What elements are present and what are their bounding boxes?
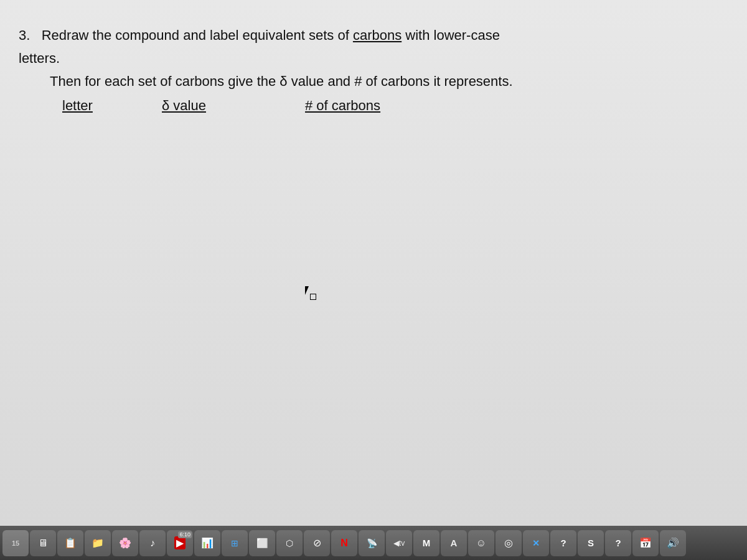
question-line1: 3. Redraw the compound and label equival… (19, 25, 703, 45)
face-icon: ☺ (476, 538, 486, 549)
carbons-underline: carbons (353, 27, 402, 43)
line2-text: letters. (19, 50, 60, 66)
taskbar-barchart-icon[interactable]: 📊 (194, 530, 220, 556)
taskbar-m-icon[interactable]: M (413, 530, 439, 556)
photo-icon: 🌸 (119, 537, 131, 549)
taskbar-resize-icon[interactable]: ⬡ (276, 530, 303, 556)
video-icon: ▶ (174, 536, 186, 549)
sub-line: Then for each set of carbons give the δ … (50, 71, 703, 91)
resize-icon: ⬡ (286, 538, 293, 548)
question-number-label: 3. (19, 27, 30, 43)
question-line2: letters. (19, 48, 703, 68)
taskbar-chrome-icon[interactable]: ◎ (496, 530, 522, 556)
tv-icon: ◀tv (393, 539, 405, 548)
a-icon: A (451, 538, 458, 548)
files-icon: 📋 (64, 537, 77, 549)
calendar-icon: 📅 (639, 537, 652, 549)
taskbar-slash-icon[interactable]: ⊘ (304, 530, 330, 556)
music-icon: ♪ (150, 538, 155, 549)
col-delta-header: δ value (162, 95, 305, 116)
taskbar-music-icon[interactable]: ♪ (139, 530, 166, 556)
monitor-icon: ⊞ (231, 538, 238, 548)
taskbar-photo-icon[interactable]: 🌸 (112, 530, 138, 556)
n-icon: N (341, 538, 348, 549)
sub-line-text: Then for each set of carbons give the δ … (50, 73, 513, 89)
taskbar-badge: 6:10 (178, 531, 192, 538)
taskbar-x-icon[interactable]: ✕ (523, 530, 549, 556)
x-icon: ✕ (532, 538, 540, 548)
taskbar-question1-icon[interactable]: ? (550, 530, 576, 556)
taskbar-s-icon[interactable]: S (578, 530, 604, 556)
taskbar-folder-icon[interactable]: 📁 (85, 530, 111, 556)
taskbar-settings-icon[interactable]: ⬜ (249, 530, 275, 556)
folder-icon: 📁 (92, 537, 104, 549)
line1-prefix: Redraw the compound and label equivalent… (42, 27, 353, 43)
taskbar-files-icon[interactable]: 📋 (57, 530, 83, 556)
taskbar-number[interactable]: 15 (2, 530, 29, 556)
columns-row: letter δ value # of carbons (62, 95, 703, 116)
taskbar-tv-icon[interactable]: ◀tv (386, 530, 412, 556)
settings-icon: ⬜ (256, 538, 268, 549)
question-block: 3. Redraw the compound and label equival… (19, 25, 703, 116)
cursor (305, 286, 316, 300)
main-content: 3. Redraw the compound and label equival… (0, 0, 747, 526)
taskbar: 15 🖥 📋 📁 🌸 ♪ ▶ 6:10 📊 ⊞ ⬜ ⬡ ⊘ N 📡 ◀tv M (0, 526, 747, 560)
cursor-box (310, 294, 316, 300)
slash-icon: ⊘ (313, 537, 321, 549)
taskbar-desktop-icon[interactable]: 🖥 (30, 530, 56, 556)
taskbar-face-icon[interactable]: ☺ (468, 530, 494, 556)
line1-suffix: with lower-case (402, 27, 500, 43)
taskbar-num-label: 15 (12, 539, 19, 547)
taskbar-n-icon[interactable]: N (331, 530, 357, 556)
chrome-icon: ◎ (504, 537, 513, 549)
question1-icon: ? (560, 538, 566, 548)
taskbar-monitor-icon[interactable]: ⊞ (222, 530, 248, 556)
taskbar-calendar-icon[interactable]: 📅 (632, 530, 659, 556)
wifi-icon: 📡 (367, 538, 377, 548)
col-letter-header: letter (62, 95, 162, 116)
s-icon: S (588, 538, 594, 548)
bar-chart-icon: 📊 (201, 537, 214, 549)
taskbar-question2-icon[interactable]: ? (605, 530, 631, 556)
signal-icon: 🔊 (667, 537, 679, 549)
desktop-icon: 🖥 (38, 538, 48, 549)
question2-icon: ? (615, 538, 621, 548)
m-icon: M (423, 538, 431, 548)
taskbar-wifi-icon[interactable]: 📡 (359, 530, 385, 556)
taskbar-signal-icon[interactable]: 🔊 (660, 530, 686, 556)
taskbar-video-icon[interactable]: ▶ 6:10 (167, 530, 193, 556)
taskbar-a-icon[interactable]: A (441, 530, 467, 556)
col-carbons-header: # of carbons (305, 95, 380, 116)
